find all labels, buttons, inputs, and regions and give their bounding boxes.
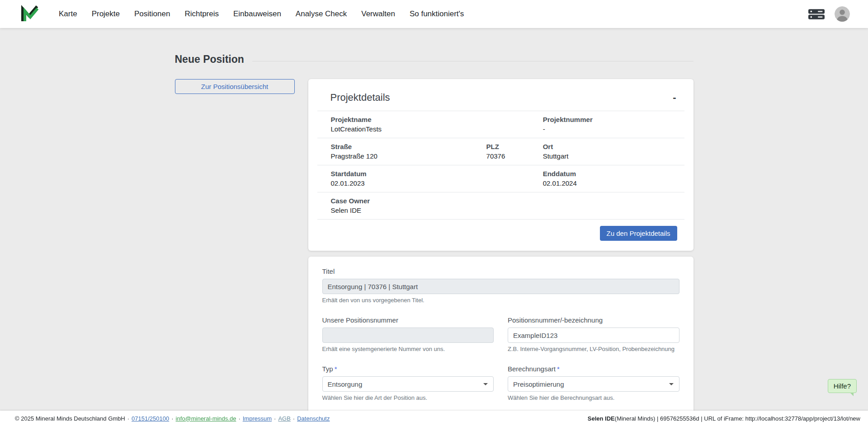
field-value: Selen IDE (331, 206, 684, 214)
nav-item-richtpreis[interactable]: Richtpreis (177, 0, 226, 28)
project-details-header: Projektdetails - (308, 79, 693, 111)
help-button[interactable]: Hilfe? (828, 379, 857, 393)
separator: · (238, 415, 240, 422)
help-button-label: Hilfe? (834, 382, 851, 390)
berechnungsart-select-value: Preisoptimierung (513, 380, 564, 388)
separator: · (274, 415, 276, 422)
session-user: Selen IDE (588, 415, 615, 422)
field-label: PLZ (486, 143, 543, 150)
field-strasse: Straße Pragstraße 120 (331, 143, 486, 160)
berechnungsart-group: Berechnungsart* Preisoptimierung Wählen … (508, 365, 679, 401)
field-label: Ort (543, 143, 684, 150)
session-info: (Mineral Minds) | 69576255536d | URL of … (615, 415, 860, 422)
titel-input (322, 279, 679, 294)
positionsnummer-help: Erhält eine systemgenerierte Nummer von … (322, 346, 494, 352)
field-enddatum: Enddatum 02.01.2024 (543, 170, 684, 187)
page-title: Neue Position (175, 53, 244, 66)
field-label: Enddatum (543, 170, 684, 178)
table-row: Case Owner Selen IDE (317, 192, 684, 220)
datenschutz-link[interactable]: Datenschutz (297, 415, 330, 422)
separator: · (171, 415, 173, 422)
nav-item-projekte[interactable]: Projekte (85, 0, 127, 28)
field-value: Stuttgart (543, 152, 684, 160)
footer: © 2025 Mineral Minds Deutschland GmbH · … (0, 411, 868, 426)
copyright-text: © 2025 Mineral Minds Deutschland GmbH (15, 415, 125, 422)
titel-group: Titel Erhält den von uns vorgegebenen Ti… (322, 267, 679, 304)
nav-item-karte[interactable]: Karte (52, 0, 85, 28)
main-nav: Karte Projekte Positionen Richtpreis Ein… (52, 0, 471, 28)
field-label: Case Owner (331, 197, 684, 205)
berechnungsart-label: Berechnungsart* (508, 365, 679, 373)
required-mark: * (335, 365, 337, 373)
navbar-right (808, 6, 850, 22)
nav-item-so-funktionierts[interactable]: So funktioniert's (402, 0, 471, 28)
page-layout: Zur Positionsübersicht Projektdetails - … (175, 79, 693, 426)
typ-help: Wählen Sie hier die Art der Position aus… (322, 394, 494, 401)
project-details-actions: Zu den Projektdetails (308, 220, 693, 251)
table-row: Startdatum 02.01.2023 Enddatum 02.01.202… (317, 165, 684, 192)
nav-item-einbauweisen[interactable]: Einbauweisen (226, 0, 288, 28)
project-details-card: Projektdetails - Projektname LotCreation… (308, 79, 693, 251)
positionsnummer-group: Unsere Positionsnummer Erhält eine syste… (322, 316, 494, 352)
right-column: Projektdetails - Projektname LotCreation… (308, 79, 693, 426)
field-value: 02.01.2023 (331, 179, 543, 187)
field-value: LotCreationTests (331, 125, 543, 133)
project-details-table: Projektname LotCreationTests Projektnumm… (317, 111, 684, 220)
server-icon[interactable] (808, 9, 825, 20)
email-link[interactable]: info@mineral-minds.de (176, 415, 236, 422)
field-label: Straße (331, 143, 486, 150)
user-avatar[interactable] (835, 6, 850, 22)
chevron-down-icon (483, 383, 488, 385)
typ-select[interactable]: Entsorgung (322, 376, 494, 392)
table-row: Straße Pragstraße 120 PLZ 70376 Ort Stut… (317, 138, 684, 165)
positionsnummer-input (322, 328, 494, 343)
field-startdatum: Startdatum 02.01.2023 (331, 170, 543, 187)
field-label: Startdatum (331, 170, 543, 178)
nav-item-positionen[interactable]: Positionen (127, 0, 177, 28)
field-plz: PLZ 70376 (486, 143, 543, 160)
title-divider (252, 61, 693, 61)
bezeichnung-input[interactable] (508, 328, 679, 343)
separator: · (127, 415, 129, 422)
form-grid: Unsere Positionsnummer Erhält eine syste… (322, 316, 679, 414)
field-value: Pragstraße 120 (331, 152, 486, 160)
bezeichnung-label: Positionsnummer/-bezeichnung (508, 316, 679, 324)
bezeichnung-group: Positionsnummer/-bezeichnung Z.B. Intern… (508, 316, 679, 352)
mineral-minds-logo[interactable] (20, 5, 39, 23)
project-details-title: Projektdetails (330, 92, 390, 103)
field-label: Projektnummer (543, 116, 684, 123)
nav-item-analyse-check[interactable]: Analyse Check (288, 0, 354, 28)
positionsnummer-label: Unsere Positionsnummer (322, 316, 494, 324)
table-row: Projektname LotCreationTests Projektnumm… (317, 111, 684, 138)
separator: · (293, 415, 295, 422)
position-form-card: Titel Erhält den von uns vorgegebenen Ti… (308, 257, 693, 426)
footer-left: © 2025 Mineral Minds Deutschland GmbH · … (15, 415, 330, 422)
agb-link[interactable]: AGB (278, 415, 290, 422)
left-column: Zur Positionsübersicht (175, 79, 295, 94)
impressum-link[interactable]: Impressum (243, 415, 272, 422)
typ-label: Typ* (322, 365, 494, 373)
top-navbar: Karte Projekte Positionen Richtpreis Ein… (0, 0, 868, 28)
field-projektname: Projektname LotCreationTests (331, 116, 543, 133)
positions-overview-button[interactable]: Zur Positionsübersicht (175, 79, 295, 94)
field-case-owner: Case Owner Selen IDE (331, 197, 684, 214)
collapse-button[interactable]: - (673, 93, 676, 103)
title-row: Neue Position (175, 53, 693, 66)
berechnungsart-select[interactable]: Preisoptimierung (508, 376, 679, 392)
nav-item-verwalten[interactable]: Verwalten (354, 0, 402, 28)
required-mark: * (557, 365, 560, 373)
field-projektnummer: Projektnummer - (543, 116, 684, 133)
logo-icon (20, 5, 39, 23)
footer-right: Selen IDE (Mineral Minds) | 69576255536d… (588, 415, 860, 422)
project-details-link-button[interactable]: Zu den Projektdetails (600, 226, 677, 241)
bezeichnung-help: Z.B. Interne-Vorgangsnummer, LV-Position… (508, 346, 679, 352)
typ-group: Typ* Entsorgung Wählen Sie hier die Art … (322, 365, 494, 401)
field-ort: Ort Stuttgart (543, 143, 684, 160)
field-label: Projektname (331, 116, 543, 123)
field-value: - (543, 125, 684, 133)
main-content: Neue Position Zur Positionsübersicht Pro… (175, 28, 693, 426)
phone-link[interactable]: 07151/250100 (132, 415, 169, 422)
berechnungsart-help: Wählen Sie hier die Berechnungsart aus. (508, 394, 679, 401)
titel-label: Titel (322, 267, 679, 275)
field-value: 02.01.2024 (543, 179, 684, 187)
